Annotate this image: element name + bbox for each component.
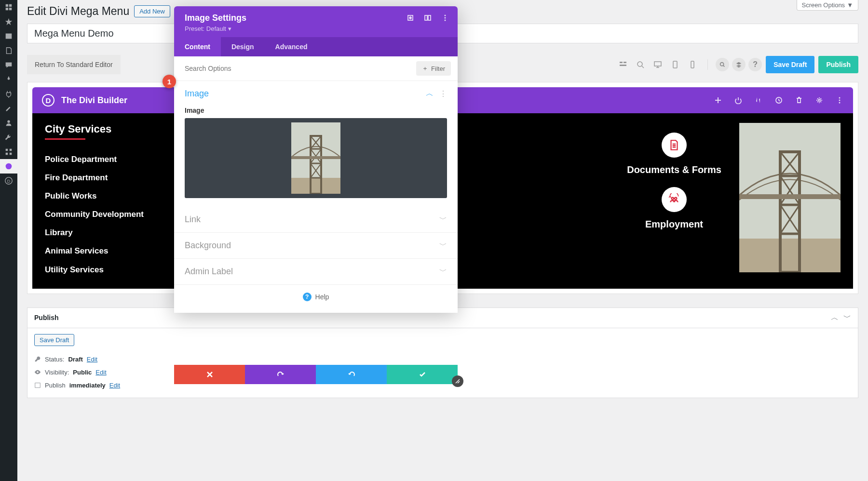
phone-icon[interactable]	[685, 57, 700, 72]
tab-content[interactable]: Content	[174, 37, 221, 56]
add-new-button[interactable]: Add New	[134, 5, 170, 17]
svg-rect-7	[620, 62, 623, 63]
sidebar-pin-icon[interactable]	[0, 14, 17, 29]
svg-text:D: D	[7, 179, 11, 184]
mega-link[interactable]: Fire Department	[45, 169, 185, 187]
undo-button[interactable]	[245, 365, 316, 384]
svg-point-37	[409, 17, 411, 19]
schedule-value: immediately	[69, 382, 106, 389]
save-draft-button[interactable]: Save Draft	[766, 56, 814, 73]
more-vertical-icon[interactable]	[836, 96, 843, 104]
svg-point-4	[6, 163, 12, 170]
return-to-standard-editor-button[interactable]: Return To Standard Editor	[27, 55, 121, 74]
visibility-value: Public	[73, 369, 92, 376]
status-edit-link[interactable]: Edit	[87, 356, 97, 363]
tab-advanced[interactable]: Advanced	[265, 37, 318, 56]
eye-icon	[34, 369, 41, 375]
svg-point-19	[839, 102, 841, 104]
help-circle-icon[interactable]: ?	[748, 58, 762, 71]
tablet-icon[interactable]	[668, 57, 682, 72]
sidebar-divi2-icon[interactable]: D	[0, 174, 17, 188]
gear-icon[interactable]	[815, 96, 823, 104]
svg-rect-23	[739, 239, 841, 272]
mega-link[interactable]: Community Development	[45, 205, 185, 224]
save-draft-small-button[interactable]: Save Draft	[34, 334, 74, 346]
svg-point-17	[839, 97, 841, 99]
sidebar-tools-icon[interactable]	[0, 130, 17, 145]
sidebar-pages-icon[interactable]	[0, 43, 17, 58]
history-icon[interactable]	[775, 96, 783, 104]
wireframe-icon[interactable]	[616, 57, 630, 72]
feature-item[interactable]: Employment	[645, 187, 703, 230]
sort-icon[interactable]	[755, 96, 762, 104]
search-circle-icon[interactable]	[716, 58, 729, 71]
modal-header[interactable]: Image Settings Preset: Default ▾	[174, 6, 458, 37]
power-icon[interactable]	[734, 96, 742, 104]
screen-options-button[interactable]: Screen Options ▼	[797, 0, 858, 11]
employment-icon	[662, 187, 687, 212]
mega-link[interactable]: Public Works	[45, 187, 185, 205]
schedule-edit-link[interactable]: Edit	[109, 382, 120, 389]
image-settings-modal: Image Settings Preset: Default ▾ Content…	[174, 6, 458, 313]
sidebar-users-icon[interactable]	[0, 116, 17, 130]
sidebar-plugins-icon[interactable]	[0, 87, 17, 101]
more-vertical-icon[interactable]: ⋮	[439, 89, 447, 98]
more-vertical-icon[interactable]	[441, 14, 449, 22]
svg-rect-11	[654, 62, 661, 66]
expand-icon[interactable]	[407, 14, 414, 22]
sidebar-appearance-icon[interactable]	[0, 101, 17, 116]
publish-button[interactable]: Publish	[818, 56, 858, 73]
section-image[interactable]: Image ︿ ⋮	[174, 81, 458, 107]
section-admin-label-title: Admin Label	[185, 267, 233, 277]
visibility-edit-link[interactable]: Edit	[95, 369, 106, 376]
sidebar-divi-icon[interactable]	[0, 159, 17, 174]
add-icon[interactable]	[714, 96, 722, 104]
metabox-down-icon[interactable]: ﹀	[843, 313, 851, 323]
filter-button[interactable]: ＋ Filter	[416, 61, 451, 76]
layers-circle-icon[interactable]	[732, 58, 746, 71]
section-admin-label[interactable]: Admin Label ﹀	[174, 259, 458, 285]
annotation-badge-1: 1	[163, 75, 176, 88]
svg-rect-35	[35, 383, 41, 388]
mega-link[interactable]: Utility Services	[45, 261, 185, 279]
zoom-icon[interactable]	[633, 57, 648, 72]
sidebar-settings-icon[interactable]	[0, 145, 17, 159]
confirm-button[interactable]	[387, 365, 458, 384]
section-link[interactable]: Link ﹀	[174, 207, 458, 233]
section-background[interactable]: Background ﹀	[174, 233, 458, 259]
sidebar-dashboard-icon[interactable]	[0, 0, 17, 14]
mega-link[interactable]: Animal Services	[45, 242, 185, 260]
mega-heading: City Services	[45, 123, 185, 135]
svg-rect-3	[10, 153, 12, 155]
trash-icon[interactable]	[795, 96, 803, 104]
image-upload-area[interactable]	[185, 118, 447, 198]
feature-label: Employment	[645, 219, 703, 230]
sidebar-media-icon[interactable]	[0, 29, 17, 43]
feature-item[interactable]: Documents & Forms	[627, 133, 721, 175]
svg-rect-2	[6, 153, 8, 155]
sidebar-pin2-icon[interactable]	[0, 72, 17, 87]
search-options-input[interactable]	[181, 62, 412, 75]
resize-handle[interactable]	[452, 375, 463, 387]
cancel-button[interactable]	[174, 365, 245, 384]
tab-design[interactable]: Design	[221, 37, 265, 56]
mega-link[interactable]: Library	[45, 224, 185, 242]
metabox-up-icon[interactable]: ︿	[831, 313, 839, 323]
chevron-down-icon: ﹀	[439, 267, 447, 277]
preset-dropdown[interactable]: Preset: Default ▾	[185, 25, 447, 32]
desktop-icon[interactable]	[651, 57, 665, 72]
svg-point-20	[672, 198, 674, 200]
svg-point-18	[839, 100, 841, 101]
svg-rect-34	[739, 194, 841, 199]
mega-link[interactable]: Police Department	[45, 150, 185, 169]
help-link[interactable]: ? Help	[174, 285, 458, 309]
redo-button[interactable]	[316, 365, 387, 384]
svg-point-42	[445, 20, 446, 21]
chevron-up-icon[interactable]: ︿	[426, 89, 434, 99]
help-icon: ?	[303, 293, 312, 301]
status-row: Status: Draft Edit	[34, 353, 851, 366]
snap-icon[interactable]	[424, 14, 432, 22]
svg-rect-0	[6, 149, 8, 151]
status-label: Status:	[45, 356, 64, 363]
sidebar-comments-icon[interactable]	[0, 58, 17, 72]
